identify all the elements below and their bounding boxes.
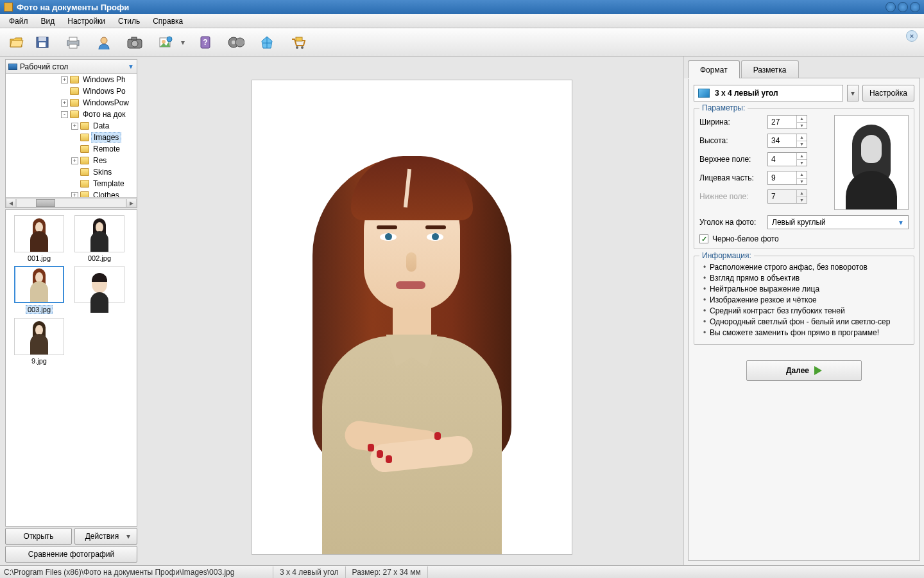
location-dropdown-icon[interactable]: ▼ <box>128 63 134 70</box>
photo-canvas[interactable] <box>252 80 572 555</box>
menu-settings[interactable]: Настройки <box>61 15 112 27</box>
height-label: Высота: <box>699 136 764 145</box>
svg-point-17 <box>235 38 244 47</box>
svg-rect-2 <box>39 42 46 47</box>
menu-style[interactable]: Стиль <box>112 15 146 27</box>
location-bar[interactable]: Рабочий стол ▼ <box>6 60 137 74</box>
info-item: Однородный светлый фон - белый или светл… <box>702 317 909 328</box>
cart-button[interactable] <box>286 31 309 53</box>
face-label: Лицевая часть: <box>699 173 764 182</box>
corner-select[interactable]: Левый круглый▼ <box>767 215 909 229</box>
menu-view[interactable]: Вид <box>35 15 62 27</box>
tree-node[interactable]: Remote <box>8 143 135 155</box>
status-size: Размер: 27 x 34 мм <box>346 566 428 578</box>
print-button[interactable] <box>62 31 85 53</box>
titlebar: Фото на документы Профи <box>0 0 924 14</box>
info-list: Расположение строго анфас, без поворотов… <box>699 263 909 339</box>
thumbnail-item[interactable]: 001.jpg <box>11 215 67 262</box>
face-spinner[interactable]: 9▲▼ <box>767 171 807 185</box>
arrow-right-icon <box>814 366 822 375</box>
bottom-margin-value: 7 <box>768 190 796 203</box>
window-buttons <box>886 2 920 12</box>
info-item: Нейтральное выражение лица <box>702 285 909 295</box>
svg-point-12 <box>167 37 172 42</box>
tree-node[interactable]: +Data <box>8 120 135 132</box>
svg-point-8 <box>132 40 138 47</box>
face-value: 9 <box>768 171 796 184</box>
thumbnail-item[interactable]: 003.jpg <box>11 266 67 314</box>
thumbnail-item[interactable]: 002.jpg <box>71 215 128 262</box>
info-item: Взгляд прямо в объектив <box>702 274 909 285</box>
tree-node[interactable]: Images <box>8 132 135 143</box>
tree-node[interactable]: -Фото на док <box>8 109 135 120</box>
globe-button[interactable] <box>255 31 278 53</box>
open-folder-button[interactable] <box>5 31 28 53</box>
photo-tool-button[interactable] <box>154 31 177 53</box>
compare-button[interactable]: Сравнение фотографий <box>5 546 137 563</box>
bottom-margin-spinner: 7▲▼ <box>767 189 807 204</box>
tree-node[interactable]: Skins <box>8 166 135 178</box>
save-button[interactable] <box>31 31 54 53</box>
format-select[interactable]: 3 x 4 левый угол <box>694 85 843 101</box>
format-icon <box>698 89 710 98</box>
tree-node[interactable]: Template <box>8 178 135 189</box>
tree-node[interactable]: +Clothes <box>8 189 135 197</box>
app-icon <box>4 3 13 12</box>
bw-checkbox[interactable]: ✓ <box>699 234 708 243</box>
status-path: C:\Program Files (x86)\Фото на документы… <box>4 566 273 578</box>
actions-button[interactable]: Действия <box>74 528 137 545</box>
settings-button[interactable]: Настройка <box>862 85 914 101</box>
camera-button[interactable] <box>123 31 146 53</box>
tree-node[interactable]: +Res <box>8 155 135 166</box>
svg-rect-1 <box>38 37 46 41</box>
svg-point-16 <box>232 40 235 44</box>
menubar: Файл Вид Настройки Стиль Справка <box>0 14 924 28</box>
bottom-margin-label: Нижнее поле: <box>699 192 764 201</box>
top-margin-value: 4 <box>768 153 796 166</box>
maximize-button[interactable] <box>898 2 908 12</box>
svg-point-19 <box>296 46 298 49</box>
photo-tool-dropdown[interactable]: ▾ <box>180 38 186 47</box>
tabs: Формат Разметка <box>684 57 924 78</box>
svg-rect-18 <box>296 37 302 41</box>
minimize-button[interactable] <box>886 2 896 12</box>
top-margin-label: Верхнее поле: <box>699 155 764 164</box>
menu-file[interactable]: Файл <box>3 15 35 27</box>
format-select-dropdown[interactable]: ▾ <box>847 85 859 101</box>
status-format: 3 x 4 левый угол <box>273 566 346 578</box>
format-preview <box>834 115 909 210</box>
thumbnails-panel: 001.jpg002.jpg003.jpg6.jpg9.jpg <box>5 209 137 527</box>
toolbar-close-icon[interactable]: × <box>906 30 918 42</box>
folder-tree[interactable]: +Windows PhWindows Po+WindowsPow-Фото на… <box>6 74 137 197</box>
info-item: Расположение строго анфас, без поворотов <box>702 263 909 274</box>
info-item: Средний контраст без глубоких теней <box>702 306 909 317</box>
next-button[interactable]: Далее <box>746 360 862 381</box>
svg-text:?: ? <box>203 38 207 47</box>
tree-node[interactable]: +Windows Ph <box>8 74 135 85</box>
svg-point-20 <box>301 46 304 49</box>
user-tool-button[interactable] <box>92 31 116 53</box>
location-text: Рабочий стол <box>20 62 128 71</box>
top-margin-spinner[interactable]: 4▲▼ <box>767 152 807 166</box>
tree-node[interactable]: Windows Po <box>8 85 135 97</box>
width-spinner[interactable]: 27▲▼ <box>767 115 807 129</box>
svg-rect-4 <box>69 37 77 41</box>
help-button[interactable]: ? <box>194 31 217 53</box>
svg-rect-9 <box>132 37 137 40</box>
tab-format[interactable]: Формат <box>688 60 740 78</box>
height-spinner[interactable]: 34▲▼ <box>767 134 807 148</box>
open-button[interactable]: Открыть <box>5 528 72 545</box>
bw-checkbox-row[interactable]: ✓ Черно-белое фото <box>699 234 909 243</box>
tree-node[interactable]: +WindowsPow <box>8 97 135 109</box>
height-value: 34 <box>768 134 796 147</box>
menu-help[interactable]: Справка <box>146 15 189 27</box>
thumbnail-item[interactable]: 6.jpg <box>71 266 128 314</box>
video-button[interactable] <box>225 31 248 53</box>
params-fieldset: Параметры: Ширина:27▲▼ Высота:34▲▼ Верхн… <box>694 108 914 249</box>
info-fieldset: Информация: Расположение строго анфас, б… <box>694 256 914 345</box>
tree-hscroll[interactable]: ◂▸ <box>6 197 137 207</box>
thumbnail-item[interactable]: 9.jpg <box>11 318 67 365</box>
close-button[interactable] <box>910 2 920 12</box>
tab-markup[interactable]: Разметка <box>741 60 799 78</box>
info-legend: Информация: <box>699 251 754 260</box>
